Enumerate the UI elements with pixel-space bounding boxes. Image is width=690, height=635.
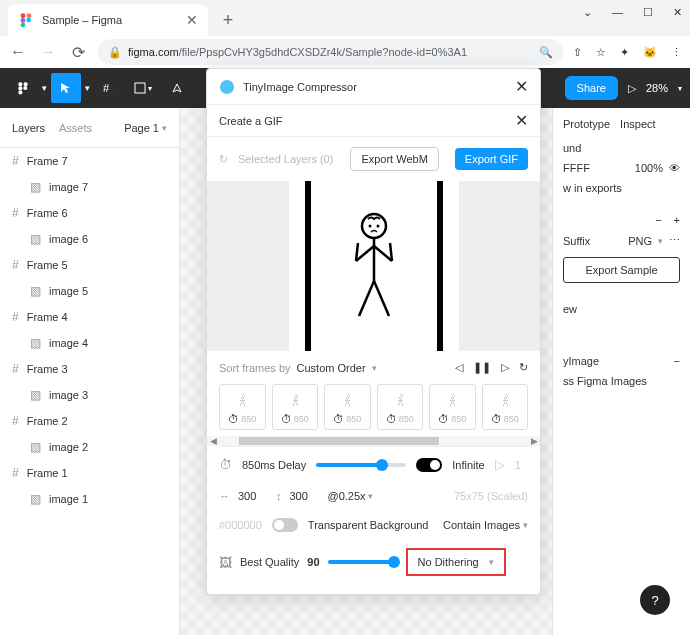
maximize-icon[interactable]: ☐ [643, 6, 653, 19]
loop-button[interactable]: ↻ [519, 361, 528, 374]
sort-value[interactable]: Custom Order [297, 362, 366, 374]
profile-icon[interactable]: 🐱 [643, 46, 657, 59]
prev-frame-button[interactable]: ◁ [455, 361, 463, 374]
tab-assets[interactable]: Assets [59, 122, 92, 134]
close-panel-button[interactable]: ✕ [515, 111, 528, 130]
layer-frame[interactable]: #Frame 4 [0, 304, 179, 330]
right-panel: Prototype Inspect und FFFF100%👁 w in exp… [552, 108, 690, 635]
close-tab-icon[interactable]: ✕ [186, 12, 198, 28]
refresh-icon[interactable]: ↻ [219, 153, 228, 166]
layer-frame[interactable]: #Frame 1 [0, 460, 179, 486]
share-page-icon[interactable]: ⇧ [573, 46, 582, 59]
svg-rect-0 [21, 13, 26, 18]
bookmark-icon[interactable]: ☆ [596, 46, 606, 59]
frame-tool-button[interactable]: #▾ [94, 73, 124, 103]
tab-inspect[interactable]: Inspect [620, 118, 655, 130]
thumb-scrollbar[interactable]: ◀▶ [207, 436, 540, 446]
zoom-level[interactable]: 28% [646, 82, 668, 94]
export-webm-button[interactable]: Export WebM [350, 147, 438, 171]
extensions-icon[interactable]: ✦ [620, 46, 629, 59]
image-icon: ▧ [30, 492, 41, 506]
layer-image[interactable]: ▧image 4 [0, 330, 179, 356]
selected-layers-label: Selected Layers (0) [238, 153, 340, 165]
dithering-select[interactable]: No Dithering ▾ [406, 548, 506, 576]
help-button[interactable]: ? [640, 585, 670, 615]
address-bar[interactable]: 🔒 figma.com/file/PpspCvHY3g5dhdCXSDZr4k/… [98, 39, 563, 65]
present-icon[interactable]: ▷ [628, 82, 636, 95]
plus-icon[interactable]: + [674, 214, 680, 226]
back-button[interactable]: ← [8, 43, 28, 61]
gif-preview [207, 181, 540, 351]
play-once-icon[interactable]: ▷ [495, 457, 505, 472]
next-frame-button[interactable]: ▷ [501, 361, 509, 374]
layer-image[interactable]: ▧image 6 [0, 226, 179, 252]
zoom-icon[interactable]: 🔍 [539, 46, 553, 59]
svg-point-8 [23, 86, 27, 90]
reload-button[interactable]: ⟳ [68, 43, 88, 62]
frame-thumb[interactable]: 𐀪⏱ 850 [324, 384, 371, 430]
frame-thumb[interactable]: 𐀪⏱ 850 [429, 384, 476, 430]
quality-slider[interactable] [328, 560, 398, 564]
chevron-down-icon[interactable]: ▾ [372, 363, 377, 373]
bg-color-input[interactable]: #000000 [219, 519, 262, 531]
delay-label: 850ms Delay [242, 459, 306, 471]
width-input[interactable]: 300 [238, 490, 268, 502]
export-sample-button[interactable]: Export Sample [563, 257, 680, 283]
layer-image[interactable]: ▧image 7 [0, 174, 179, 200]
height-input[interactable]: 300 [290, 490, 320, 502]
thumb-preview: 𐀪 [396, 389, 404, 413]
browser-tab[interactable]: Sample – Figma ✕ [8, 4, 208, 36]
minimize-icon[interactable]: — [612, 6, 623, 19]
forward-button[interactable]: → [38, 43, 58, 61]
transparent-label: Transparent Background [308, 519, 429, 531]
pen-tool-button[interactable] [162, 73, 192, 103]
layer-image[interactable]: ▧image 2 [0, 434, 179, 460]
contain-select[interactable]: Contain Images▾ [443, 519, 528, 531]
close-window-icon[interactable]: ✕ [673, 6, 682, 19]
layer-frame[interactable]: #Frame 6 [0, 200, 179, 226]
figma-menu-button[interactable] [8, 73, 38, 103]
quality-value: 90 [307, 556, 319, 568]
layer-frame[interactable]: #Frame 2 [0, 408, 179, 434]
shape-tool-button[interactable]: ▾ [128, 73, 158, 103]
close-plugin-button[interactable]: ✕ [515, 77, 528, 96]
chevron-down-icon[interactable]: ⌄ [583, 6, 592, 19]
infinite-toggle[interactable] [416, 458, 442, 472]
frame-thumb[interactable]: 𐀪⏱ 850 [377, 384, 424, 430]
menu-icon[interactable]: ⋮ [671, 46, 682, 59]
frame-thumb[interactable]: 𐀪⏱ 850 [482, 384, 529, 430]
layer-frame[interactable]: #Frame 5 [0, 252, 179, 278]
frame-thumb[interactable]: 𐀪⏱ 850 [219, 384, 266, 430]
layer-image[interactable]: ▧image 3 [0, 382, 179, 408]
move-tool-button[interactable] [51, 73, 81, 103]
minus-icon[interactable]: − [674, 355, 680, 367]
image-icon: ▧ [30, 232, 41, 246]
scale-select[interactable]: @0.25x▾ [328, 490, 373, 502]
tab-layers[interactable]: Layers [12, 122, 45, 134]
svg-line-16 [356, 246, 374, 261]
timer-icon: ⏱ [438, 413, 449, 425]
layer-image[interactable]: ▧image 1 [0, 486, 179, 512]
image-icon: ▧ [30, 180, 41, 194]
timer-icon: ⏱ [228, 413, 239, 425]
layer-frame[interactable]: #Frame 7 [0, 148, 179, 174]
layer-frame[interactable]: #Frame 3 [0, 356, 179, 382]
frame-thumb[interactable]: 𐀪⏱ 850 [272, 384, 319, 430]
svg-point-12 [362, 214, 386, 238]
more-icon[interactable]: ⋯ [669, 234, 680, 247]
image-icon: ▧ [30, 284, 41, 298]
page-selector[interactable]: Page 1▾ [124, 122, 167, 134]
pause-button[interactable]: ❚❚ [473, 361, 491, 374]
minus-icon[interactable]: − [655, 214, 661, 226]
left-panel: Layers Assets Page 1▾ #Frame 7▧image 7#F… [0, 108, 180, 635]
new-tab-button[interactable]: + [214, 6, 242, 34]
transparent-toggle[interactable] [272, 518, 298, 532]
export-gif-button[interactable]: Export GIF [455, 148, 528, 170]
layer-image[interactable]: ▧image 5 [0, 278, 179, 304]
tab-prototype[interactable]: Prototype [563, 118, 610, 130]
eye-icon[interactable]: 👁 [669, 162, 680, 174]
delay-slider[interactable] [316, 463, 406, 467]
svg-rect-4 [21, 23, 26, 28]
share-button[interactable]: Share [565, 76, 618, 100]
svg-line-20 [359, 281, 374, 316]
